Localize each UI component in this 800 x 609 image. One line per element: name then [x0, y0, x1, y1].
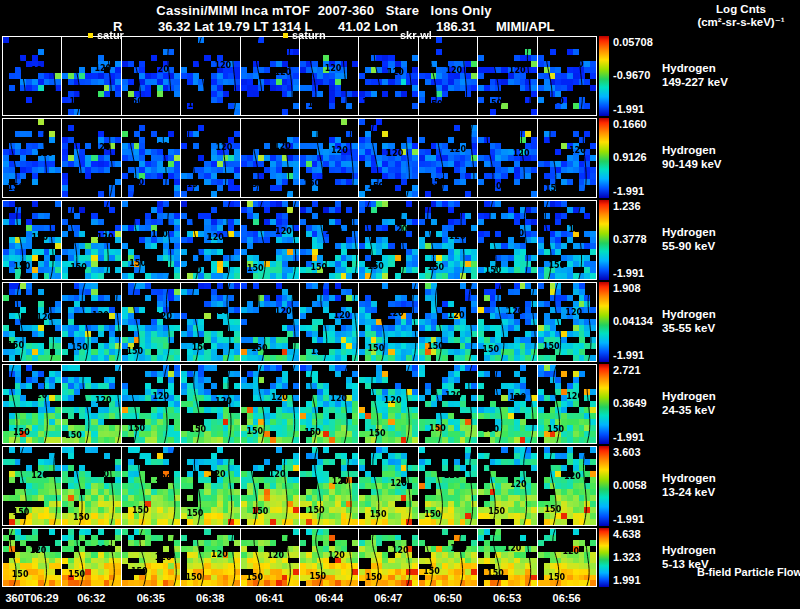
- spectrogram-panel: [478, 37, 536, 115]
- spectrogram-panel: [419, 119, 477, 197]
- species-label: Hydrogen: [662, 308, 716, 322]
- colorbar-tick-mid: 0.3778: [613, 233, 647, 245]
- time-tick-label: 06:56: [537, 592, 597, 604]
- spectrogram-panel: [122, 37, 180, 115]
- colorbar-tick-mid: 0.04134: [613, 315, 653, 327]
- event-marker-label: saturn: [292, 29, 326, 41]
- spectrogram-panel: [478, 119, 536, 197]
- spectrogram-panel: [359, 119, 417, 197]
- time-tick-label: 06:50: [418, 592, 478, 604]
- spectrogram-panel: [419, 201, 477, 279]
- colorbar-tick-max: 1.236: [613, 200, 641, 212]
- spectrogram-panel: [62, 201, 120, 279]
- spectrogram-panel: [181, 37, 239, 115]
- spectrogram-row-149-227-keV: [2, 36, 597, 116]
- spectrogram-panel: [62, 283, 120, 361]
- spectrogram-panel: [538, 529, 596, 586]
- spectrogram-panel: [3, 365, 61, 443]
- colorbar: [599, 364, 609, 444]
- colorbar-tick-max: 0.1660: [613, 118, 647, 130]
- event-marker-label: satur: [97, 29, 124, 41]
- energy-range-label: 13-24 keV: [662, 486, 716, 500]
- spectrogram-panel: [3, 119, 61, 197]
- spectrogram-panel: [62, 37, 120, 115]
- spectrogram-panel: [359, 529, 417, 586]
- colorbar-tick-min: -1.991: [613, 267, 644, 279]
- cassini-mimi-spectrogram-display: Cassini/MIMI Inca mTOF 2007-360 Stare Io…: [0, 0, 800, 609]
- spectrogram-panel: [241, 283, 299, 361]
- spectrogram-panel: [122, 283, 180, 361]
- spectrogram-panel: [181, 201, 239, 279]
- spectrogram-panel: [419, 37, 477, 115]
- spectrogram-panel: [538, 447, 596, 525]
- species-label: Hydrogen: [662, 226, 716, 240]
- time-tick-label: 06:38: [180, 592, 240, 604]
- spectrogram-panel: [478, 365, 536, 443]
- spectrogram-panel: [241, 119, 299, 197]
- spectrogram-panel: [538, 283, 596, 361]
- spectrogram-panel: [419, 365, 477, 443]
- energy-band-label: Hydrogen55-90 keV: [662, 226, 716, 253]
- colorbar-tick-min: 1.991: [613, 574, 641, 586]
- energy-range-label: 24-35 keV: [662, 404, 716, 418]
- ephemeris-lon-label: 41.02 Lon: [338, 19, 398, 34]
- spectrogram-panel: [478, 529, 536, 586]
- colorbar-tick-mid: 0.9126: [613, 151, 647, 163]
- spectrogram-panel: [241, 529, 299, 586]
- spectrogram-panel: [419, 283, 477, 361]
- colorbar: [599, 118, 609, 198]
- spectrogram-panel: [122, 447, 180, 525]
- spectrogram-panel: [359, 447, 417, 525]
- spectrogram-panel: [300, 283, 358, 361]
- spectrogram-panel: [3, 529, 61, 586]
- colorbar: [599, 282, 609, 362]
- energy-band-label: Hydrogen35-55 keV: [662, 308, 716, 335]
- energy-range-label: 35-55 keV: [662, 322, 716, 336]
- colorbar-tick-min: -1.991: [613, 103, 644, 115]
- time-tick-label: 06:53: [477, 592, 537, 604]
- colorbar-tick-min: -1.991: [613, 349, 644, 361]
- time-tick-label: 06:47: [358, 592, 418, 604]
- colorbar: [599, 528, 609, 587]
- colorbar-tick-mid: 0.3649: [613, 397, 647, 409]
- spectrogram-panel: [241, 201, 299, 279]
- spectrogram-panel: [3, 201, 61, 279]
- spectrogram-panel: [62, 119, 120, 197]
- instrument-credit: MIMI/APL: [496, 19, 555, 34]
- spectrogram-panel: [181, 119, 239, 197]
- ephemeris-lon-value: 186.31: [436, 19, 476, 34]
- colorbar-tick-mid: 0.0058: [613, 479, 647, 491]
- colorbar: [599, 36, 609, 116]
- spectrogram-panel: [538, 119, 596, 197]
- spectrogram-panel: [122, 119, 180, 197]
- colorbar-tick-max: 1.908: [613, 282, 641, 294]
- energy-band-label: Hydrogen13-24 keV: [662, 472, 716, 499]
- time-axis: 360T06:2906:3206:3506:3806:4106:4406:470…: [0, 592, 800, 608]
- spectrogram-row-35-55-keV: [2, 282, 597, 362]
- spectrogram-panel: [3, 283, 61, 361]
- plot-title: Cassini/MIMI Inca mTOF 2007-360 Stare Io…: [0, 3, 648, 18]
- event-marker-dot: [283, 33, 288, 38]
- spectrogram-panel: [62, 365, 120, 443]
- spectrogram-panel: [538, 365, 596, 443]
- spectrogram-panel: [359, 283, 417, 361]
- spectrogram-row-90-149-keV: [2, 118, 597, 198]
- spectrogram-panel: [538, 37, 596, 115]
- spectrogram-panel: [419, 529, 477, 586]
- spectrogram-panel: [181, 447, 239, 525]
- species-label: Hydrogen: [662, 62, 728, 76]
- spectrogram-panel: [3, 447, 61, 525]
- spectrogram-panel: [181, 283, 239, 361]
- colorbar-tick-mid: -0.9670: [613, 69, 650, 81]
- energy-range-label: 149-227 keV: [662, 76, 728, 90]
- colorbar-tick-mid: 1.323: [613, 551, 641, 563]
- ephemeris-values: 36.32 Lat 19.79 LT 1314 L: [158, 19, 312, 34]
- spectrogram-panel: [300, 529, 358, 586]
- colorbar-tick-max: 0.05708: [613, 36, 653, 48]
- spectrogram-panel: [419, 447, 477, 525]
- spectrogram-panel: [181, 529, 239, 586]
- colorbar-tick-max: 4.638: [613, 528, 641, 540]
- time-tick-label: 06:41: [240, 592, 300, 604]
- spectrogram-panel: [478, 201, 536, 279]
- spectrogram-panel: [3, 37, 61, 115]
